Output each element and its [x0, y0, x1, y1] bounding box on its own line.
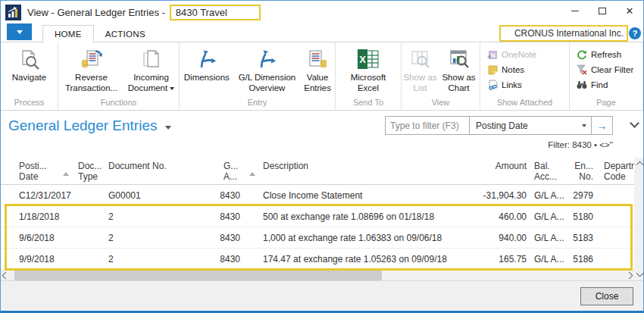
col-entry-no[interactable]: En...No. [567, 161, 593, 182]
col-document-type[interactable]: Doc...Type [72, 161, 102, 182]
svg-text:X: X [359, 54, 366, 65]
show-as-list-button: Show as List [402, 44, 439, 93]
table-row[interactable]: 9/9/2018 2 8430 174.47 at exchange rate … [1, 249, 634, 270]
col-bal-account[interactable]: Bal.Acc... [528, 161, 567, 182]
sort-ascending-icon [63, 172, 69, 176]
filter-column-dropdown[interactable]: Posting Date [470, 117, 591, 134]
value-entries-button[interactable]: Value Entries [300, 44, 335, 93]
ribbon-group-view: Show as List Show as Chart [402, 42, 480, 110]
onenote-button: N OneNote [486, 47, 536, 62]
filter-pane: Posting Date → [385, 116, 613, 135]
table-row[interactable]: C12/31/2017 G00001 8430 Close Income Sta… [1, 185, 634, 206]
links-button[interactable]: Links [486, 77, 522, 92]
ribbon-group-label: Send To [336, 97, 401, 110]
col-amount[interactable]: Amount [461, 161, 528, 171]
svg-text:N: N [490, 52, 496, 59]
ribbon-group-functions: Reverse Transaction... Incoming Document… [58, 42, 180, 110]
show-as-list-icon [410, 45, 431, 73]
close-window-button[interactable]: ✕ [616, 1, 643, 20]
incoming-document-icon [141, 45, 162, 73]
ribbon-group-label: View [402, 97, 480, 110]
links-icon [486, 80, 499, 90]
show-as-chart-icon [449, 45, 470, 73]
minimize-button[interactable] [561, 1, 589, 20]
page-title-caret-icon [165, 126, 171, 130]
maximize-button[interactable] [589, 1, 616, 20]
microsoft-excel-button[interactable]: X Microsoft Excel [342, 44, 395, 93]
ribbon-group-show-attached: N OneNote Notes [480, 42, 570, 110]
ribbon-group-entry: Dimensions G/L Dimension Overview [180, 42, 336, 110]
ribbon-group-label: Functions [58, 97, 179, 110]
dimension-overview-icon [255, 45, 278, 73]
grid-header-row[interactable]: Posti...Date Doc...Type Document No. G..… [1, 158, 634, 185]
col-posting-date[interactable]: Posti...Date [7, 161, 72, 182]
page-header: General Ledger Entries Posting Date → Fi… [1, 111, 643, 158]
chevron-down-icon [17, 30, 23, 34]
ribbon-group-send-to: X Microsoft Excel Send To [336, 42, 402, 110]
sort-ascending-icon [249, 172, 255, 176]
help-icon[interactable]: ? [629, 27, 641, 39]
tab-actions[interactable]: ACTIONS [94, 26, 157, 42]
filter-input[interactable] [386, 117, 469, 134]
collapse-filter-chevron-icon[interactable] [630, 118, 639, 128]
table-row[interactable]: 1/18/2018 2 8430 500 at exchange rate 1.… [1, 206, 634, 227]
ribbon-tab-row: HOME ACTIONS CRONUS International Inc. ? [1, 23, 643, 42]
scroll-right-icon[interactable] [626, 271, 633, 279]
value-entries-icon [306, 45, 329, 73]
dynamics-nav-app-icon [5, 5, 21, 20]
scroll-down-icon[interactable] [636, 270, 644, 277]
clear-filter-icon [576, 64, 588, 75]
col-description[interactable]: Description [257, 161, 461, 171]
company-name: CRONUS International Inc. [499, 25, 628, 42]
scroll-left-icon[interactable] [2, 271, 10, 279]
dimensions-icon [195, 45, 218, 73]
incoming-document-button[interactable]: Incoming Document [124, 44, 179, 93]
ribbon-group-process: Navigate Process [1, 42, 58, 110]
scroll-up-icon[interactable] [636, 161, 644, 169]
minimize-icon [571, 11, 579, 11]
gl-dimension-overview-button[interactable]: G/L Dimension Overview [234, 44, 301, 93]
notes-button[interactable]: Notes [486, 62, 524, 77]
apply-filter-button[interactable]: → [592, 117, 612, 134]
tab-home[interactable]: HOME [42, 25, 94, 42]
show-as-chart-button[interactable]: Show as Chart [439, 44, 480, 93]
window-controls: ✕ [561, 1, 643, 20]
filter-status: Filter: 8430 • <>'' [548, 140, 613, 149]
ribbon-group-label: Entry [180, 97, 335, 110]
close-icon: ✕ [626, 6, 634, 16]
table-row[interactable]: 9/6/2018 2 8430 1,000 at exchange rate 1… [1, 227, 634, 249]
ledger-entries-grid: Posti...Date Doc...Type Document No. G..… [1, 158, 643, 280]
refresh-icon [576, 49, 588, 60]
window-title: View - General Ledger Entries - [27, 7, 165, 18]
reverse-transaction-button[interactable]: Reverse Transaction... [59, 44, 124, 93]
excel-icon: X [357, 45, 380, 73]
page-title[interactable]: General Ledger Entries [8, 117, 171, 134]
horizontal-scroll-thumb[interactable] [14, 270, 382, 280]
ribbon-group-label: Process [1, 97, 58, 110]
navigate-icon [18, 45, 41, 73]
application-menu-button[interactable] [7, 23, 32, 40]
navigate-button[interactable]: Navigate [3, 44, 56, 83]
dropdown-caret-icon [170, 87, 174, 90]
refresh-button[interactable]: Refresh [576, 47, 621, 62]
maximize-icon [599, 8, 606, 14]
footer-bar: Close [1, 280, 643, 311]
col-document-no[interactable]: Document No. [102, 161, 216, 171]
window-title-highlight: 8430 Travel [170, 5, 261, 20]
vertical-scrollbar[interactable] [634, 158, 644, 280]
clear-filter-button[interactable]: Clear Filter [576, 62, 633, 77]
nav-window: View - General Ledger Entries - 8430 Tra… [0, 0, 644, 313]
ribbon-group-label: Show Attached [480, 97, 569, 110]
title-bar: View - General Ledger Entries - 8430 Tra… [1, 1, 643, 23]
col-gl-account[interactable]: G...A... [216, 161, 257, 182]
dimensions-button[interactable]: Dimensions [180, 44, 234, 83]
close-button[interactable]: Close [580, 287, 633, 305]
notes-icon [486, 64, 499, 75]
reverse-transaction-icon [80, 45, 104, 73]
ribbon: Navigate Process [1, 42, 643, 111]
onenote-icon: N [486, 49, 499, 60]
find-button[interactable]: Find [576, 77, 608, 92]
ribbon-group-page: Refresh Clear Filter [570, 42, 643, 110]
col-department-code[interactable]: DepartrCode [593, 161, 634, 182]
horizontal-scrollbar[interactable] [1, 270, 634, 280]
